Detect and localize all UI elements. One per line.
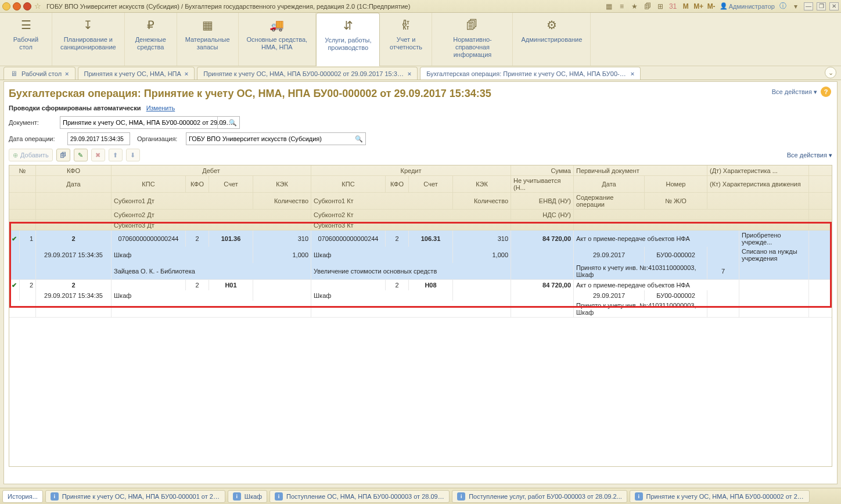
date-input[interactable]: 29.09.2017 15:34:35 <box>67 132 130 145</box>
section-item[interactable]: ↧Планирование исанкционирование <box>52 13 125 66</box>
cell <box>311 301 511 317</box>
col-kps-k[interactable]: КПС <box>311 176 386 192</box>
grid-all-actions[interactable]: Все действия ▾ <box>787 152 832 159</box>
toolbar-icon-1[interactable]: ▦ <box>605 2 614 11</box>
col-content[interactable]: Содержание операции <box>574 193 645 209</box>
ellipsis-icon[interactable]: … <box>217 117 228 128</box>
col-sub1d[interactable]: Субконто1 Дт <box>112 193 253 209</box>
delete-button[interactable]: ✖ <box>91 149 105 161</box>
taskbar-item[interactable]: iПринятие к учету ОС, НМА, НПА БУ00-0000… <box>45 490 225 503</box>
col-sum[interactable]: Сумма <box>511 165 574 175</box>
col-pnum[interactable]: Номер <box>645 176 707 192</box>
close-icon[interactable]: ✕ <box>829 2 839 10</box>
section-label: Услуги, работы,производство <box>325 37 371 52</box>
col-sub3d[interactable]: Субконто3 Дт <box>112 220 311 230</box>
toolbar-icon-3[interactable]: ★ <box>630 2 639 11</box>
dropdown-icon[interactable]: ▾ <box>791 2 800 11</box>
col-n[interactable]: № <box>9 165 36 175</box>
col-credit[interactable]: Кредит <box>311 165 511 175</box>
tab-close-icon[interactable]: × <box>631 70 634 77</box>
toolbar-icon-2[interactable]: ≡ <box>617 2 627 11</box>
toolbar-icon-4[interactable]: 🗐 <box>643 2 652 11</box>
col-kek-k[interactable]: КЭК <box>453 176 511 192</box>
edit-button[interactable]: ✎ <box>74 149 88 161</box>
tab-close-icon[interactable]: × <box>65 70 69 77</box>
table-row[interactable]: ✔12070600000000002442101.363100706000000… <box>9 231 832 280</box>
m-plus-icon[interactable]: M+ <box>694 2 703 11</box>
search-icon[interactable]: 🔍 <box>228 117 238 128</box>
section-item[interactable]: ДтКтУчет иотчетность <box>380 13 432 66</box>
col-kfo-k[interactable]: КФО <box>386 176 409 192</box>
user-label[interactable]: 👤 Администратор <box>720 2 775 10</box>
col-kfo[interactable]: КФО <box>36 165 112 175</box>
section-item[interactable]: ☰Рабочийстол <box>0 13 52 66</box>
col-qty-k[interactable]: Количество <box>453 193 511 209</box>
copy-icon: 🗐 <box>60 152 66 159</box>
move-up-button[interactable]: ⬆ <box>109 149 123 161</box>
tab[interactable]: Бухгалтерская операция: Принятие к учету… <box>420 67 641 80</box>
win-control-3[interactable] <box>23 2 31 10</box>
col-acct-d[interactable]: Счет <box>209 176 253 192</box>
col-kps-d[interactable]: КПС <box>112 176 186 192</box>
section-item[interactable]: ⚙Администрирование <box>513 13 591 66</box>
col-dtchar[interactable]: (Дт) Характеристика ... <box>707 165 809 175</box>
tab-close-icon[interactable]: × <box>185 70 188 77</box>
col-sub1k[interactable]: Субконто1 Кт <box>311 193 453 209</box>
expand-panel-icon[interactable]: ⌄ <box>825 67 836 78</box>
taskbar-item[interactable]: iПринятие к учету ОС, НМА, НПА БУ00-0000… <box>630 490 810 503</box>
section-label: Материальныезапасы <box>185 36 230 51</box>
calendar-icon[interactable]: 31 <box>669 2 678 11</box>
col-acct-k[interactable]: Счет <box>409 176 453 192</box>
tab[interactable]: Принятие к учету ОС, НМА, НПА БУ00-00000… <box>197 67 418 80</box>
m-minus-icon[interactable]: M- <box>707 2 716 11</box>
taskbar-item[interactable]: iШкаф <box>228 490 267 503</box>
col-pdate[interactable]: Дата <box>574 176 645 192</box>
change-link[interactable]: Изменить <box>146 105 175 111</box>
col-envd[interactable]: ЕНВД (НУ) <box>511 193 574 209</box>
col-ktchar[interactable]: (Кт) Характеристика движения <box>707 176 809 192</box>
tab-close-icon[interactable]: × <box>408 70 411 77</box>
win-control-1[interactable] <box>2 2 10 10</box>
maximize-icon[interactable]: ❐ <box>817 2 826 10</box>
section-item[interactable]: 🚚Основные средства,НМА, НПА <box>239 13 317 66</box>
copy-button[interactable]: 🗐 <box>56 149 70 161</box>
document-input[interactable]: Принятие к учету ОС, НМА, НПА БУ00-00000… <box>60 116 240 129</box>
m-icon[interactable]: M <box>681 2 691 11</box>
col-date[interactable]: Дата <box>36 176 112 192</box>
favorite-icon[interactable]: ☆ <box>34 2 42 10</box>
col-pdoc[interactable]: Первичный документ <box>574 165 707 175</box>
history-button[interactable]: История... <box>2 490 43 503</box>
col-debit[interactable]: Дебет <box>112 165 311 175</box>
section-item[interactable]: ⇵Услуги, работы,производство <box>316 13 380 66</box>
calculator-icon[interactable]: ⊞ <box>656 2 665 11</box>
cell <box>9 247 20 263</box>
help-icon[interactable]: ? <box>821 87 831 97</box>
col-jou[interactable]: № Ж/О <box>645 193 707 209</box>
col-sub2k[interactable]: Субконто2 Кт <box>311 210 511 219</box>
section-item[interactable]: 🗐Нормативно-справочнаяинформация <box>432 13 513 66</box>
cell <box>453 290 511 301</box>
cell <box>253 280 311 290</box>
taskbar-item[interactable]: iПоступление услуг, работ БУ00-000003 от… <box>452 490 627 503</box>
col-nds[interactable]: НДС (НУ) <box>511 210 574 219</box>
info-icon[interactable]: ⓘ <box>778 2 788 11</box>
col-kek-d[interactable]: КЭК <box>253 176 311 192</box>
all-actions-link[interactable]: Все действия ▾ <box>772 88 817 96</box>
move-down-button[interactable]: ⬇ <box>126 149 140 161</box>
add-button[interactable]: ⊕ Добавить <box>9 149 53 161</box>
search-icon[interactable]: 🔍 <box>354 133 364 145</box>
table-row[interactable]: ✔222Н012Н0884 720,00Акт о приеме-передач… <box>9 280 832 318</box>
section-item[interactable]: ▦Материальныезапасы <box>177 13 239 66</box>
col-sub3k[interactable]: Субконто3 Кт <box>311 220 511 230</box>
section-item[interactable]: ₽Денежныесредства <box>125 13 177 66</box>
org-input[interactable]: ГОБУ ВПО Университет искусств (Субсидия)… <box>186 132 366 145</box>
tab[interactable]: 🖥Рабочий стол× <box>3 67 76 80</box>
col-notcount[interactable]: Не учитывается (Н... <box>511 176 574 192</box>
tab[interactable]: Принятия к учету ОС, НМА, НПА× <box>78 67 195 80</box>
col-sub2d[interactable]: Субконто2 Дт <box>112 210 311 219</box>
col-qty-d[interactable]: Количество <box>253 193 311 209</box>
col-kfo-d[interactable]: КФО <box>186 176 209 192</box>
minimize-icon[interactable]: — <box>804 2 813 10</box>
taskbar-item[interactable]: iПоступление ОС, НМА, НПА БУ00-000003 от… <box>269 490 450 503</box>
win-control-2[interactable] <box>13 2 21 10</box>
